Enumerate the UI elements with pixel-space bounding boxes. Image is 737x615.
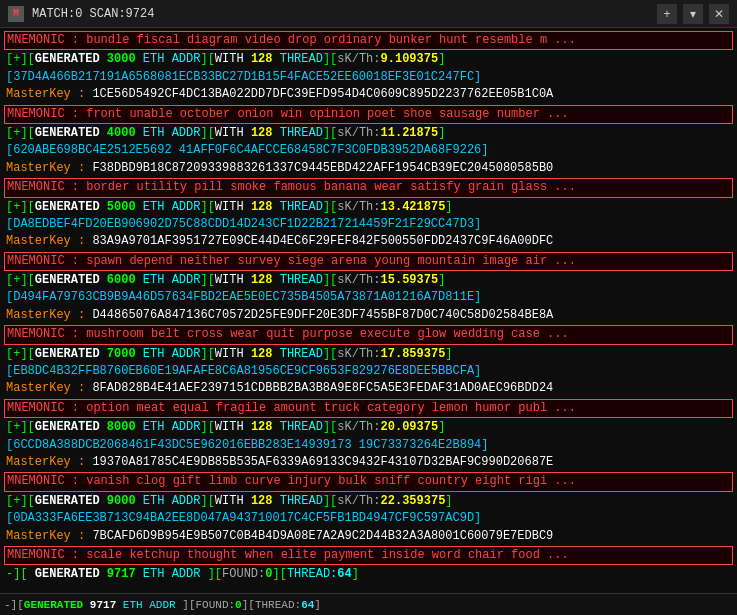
title-bar-controls[interactable]: + ▾ ✕ <box>657 4 729 24</box>
masterkey-line: MasterKey : D44865076A847136C70572D25FE9… <box>4 307 733 324</box>
masterkey-line: MasterKey : 19370A81785C4E9DB85B535AF633… <box>4 454 733 471</box>
mnemonic-line: MNEMONIC : border utility pill smoke fam… <box>4 178 733 197</box>
status-text: -][GENERATED 9717 ETH ADDR ][FOUND:0][TH… <box>4 599 321 611</box>
mnemonic-line: MNEMONIC : bundle fiscal diagram video d… <box>4 31 733 50</box>
mnemonic-line: MNEMONIC : option meat equal fragile amo… <box>4 399 733 418</box>
generated-line: [+][GENERATED 7000 ETH ADDR][WITH 128 TH… <box>4 346 733 363</box>
new-tab-button[interactable]: + <box>657 4 677 24</box>
address-line: [D494FA79763CB9B9A46D57634FBD2EAE5E0EC73… <box>4 289 733 306</box>
mnemonic-line: MNEMONIC : mushroom belt cross wear quit… <box>4 325 733 344</box>
address-line: [EB8DC4B32FFB8760EB60E19AFAFE8C6A81956CE… <box>4 363 733 380</box>
last-generated-line: -][ GENERATED 9717 ETH ADDR ][FOUND:0][T… <box>4 566 733 583</box>
mnemonic-line: MNEMONIC : front unable october onion wi… <box>4 105 733 124</box>
generated-line: [+][GENERATED 3000 ETH ADDR][WITH 128 TH… <box>4 51 733 68</box>
app-icon: M <box>8 6 24 22</box>
masterkey-line: MasterKey : 1CE56D5492CF4DC13BA022DD7DFC… <box>4 86 733 103</box>
address-line: [DA8EDBEF4FD20EB906902D75C88CDD14D243CF1… <box>4 216 733 233</box>
address-line: [6CCD8A388DCB2068461F43DC5E962016EBB283E… <box>4 437 733 454</box>
generated-count: 9717 <box>90 599 116 611</box>
close-button[interactable]: ✕ <box>709 4 729 24</box>
address-line: [37D4A466B217191A6568081ECB33BC27D1B15F4… <box>4 69 733 86</box>
terminal-content: MNEMONIC : bundle fiscal diagram video d… <box>0 28 737 593</box>
mnemonic-line: MNEMONIC : scale ketchup thought when el… <box>4 546 733 565</box>
masterkey-line: MasterKey : 83A9A9701AF3951727E09CE44D4E… <box>4 233 733 250</box>
mnemonic-line: MNEMONIC : vanish clog gift limb curve i… <box>4 472 733 491</box>
title-bar: M MATCH:0 SCAN:9724 + ▾ ✕ <box>0 0 737 28</box>
title-text: MATCH:0 SCAN:9724 <box>32 7 154 21</box>
address-line: [620ABE698BC4E2512E5692 41AFF0F6C4AFCCE6… <box>4 142 733 159</box>
masterkey-line: MasterKey : 8FAD828B4E41AEF2397151CDBBB2… <box>4 380 733 397</box>
title-bar-left: M MATCH:0 SCAN:9724 <box>8 6 154 22</box>
address-line: [0DA333FA6EE3B713C94BA2EE8D047A943710017… <box>4 510 733 527</box>
generated-line: [+][GENERATED 6000 ETH ADDR][WITH 128 TH… <box>4 272 733 289</box>
found-count: 0 <box>235 599 242 611</box>
generated-line: [+][GENERATED 8000 ETH ADDR][WITH 128 TH… <box>4 419 733 436</box>
dropdown-button[interactable]: ▾ <box>683 4 703 24</box>
generated-line: [+][GENERATED 9000 ETH ADDR][WITH 128 TH… <box>4 493 733 510</box>
masterkey-line: MasterKey : F38DBD9B18C87209339883261337… <box>4 160 733 177</box>
mnemonic-line: MNEMONIC : spawn depend neither survey s… <box>4 252 733 271</box>
status-bar: -][GENERATED 9717 ETH ADDR ][FOUND:0][TH… <box>0 593 737 615</box>
generated-line: [+][GENERATED 4000 ETH ADDR][WITH 128 TH… <box>4 125 733 142</box>
generated-line: [+][GENERATED 5000 ETH ADDR][WITH 128 TH… <box>4 199 733 216</box>
thread-count: 64 <box>301 599 314 611</box>
masterkey-line: MasterKey : 7BCAFD6D9B954E9B507C0B4B4D9A… <box>4 528 733 545</box>
